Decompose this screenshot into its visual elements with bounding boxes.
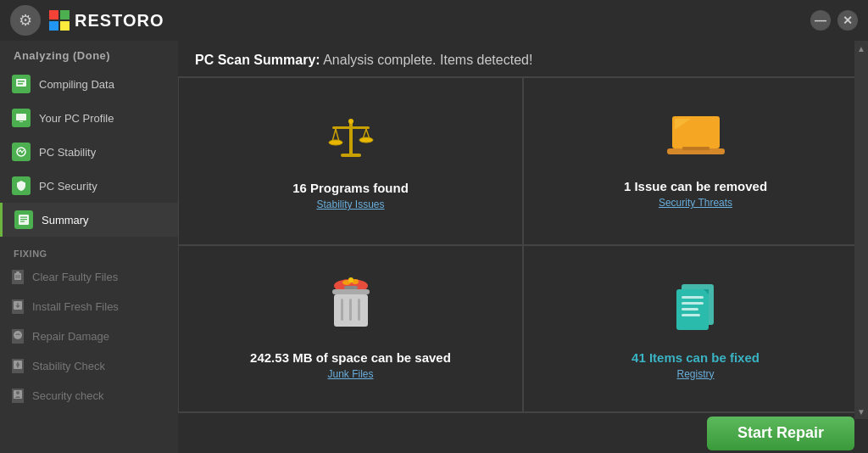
fixing-section-header: Fixing [0, 240, 178, 262]
pc-profile-icon [12, 109, 31, 127]
settings-button[interactable]: ⚙ [10, 5, 41, 36]
scales-icon [324, 111, 378, 172]
sidebar-item-compiling-data[interactable]: Compiling Data [0, 67, 178, 101]
svg-rect-11 [20, 217, 27, 218]
scroll-up-arrow[interactable]: ▲ [855, 42, 867, 54]
sidebar-label-install-fresh: Install Fresh Files [32, 300, 119, 313]
svg-rect-52 [682, 296, 704, 299]
right-panel: ▲ ▼ PC Scan Summary: Analysis complete. … [178, 41, 868, 453]
sidebar-item-summary[interactable]: Summary [0, 203, 178, 237]
registry-subtitle[interactable]: Registry [676, 368, 714, 380]
svg-rect-47 [341, 299, 343, 321]
svg-rect-3 [60, 21, 70, 31]
trash-icon [326, 277, 376, 342]
sidebar-item-security-check: Security check [0, 381, 178, 411]
card-junk: 242.53 MB of space can be saved Junk Fil… [178, 245, 523, 413]
security-title: 1 Issue can be removed [624, 179, 767, 193]
scan-summary-header: PC Scan Summary: Analysis complete. Item… [178, 41, 868, 77]
main-content: Analyzing (Done) Compiling Data Your PC … [0, 41, 868, 453]
cards-grid: 16 Programs found Stability Issues [178, 77, 868, 412]
clear-faulty-icon [12, 270, 24, 284]
svg-rect-7 [16, 114, 26, 120]
scan-summary-prefix: PC Scan Summary: [195, 53, 320, 67]
junk-subtitle[interactable]: Junk Files [327, 368, 373, 380]
sidebar-label-stability: PC Stability [39, 146, 96, 159]
scrollbar[interactable]: ▲ ▼ [854, 41, 868, 419]
programs-subtitle[interactable]: Stability Issues [316, 199, 384, 210]
sidebar-item-pc-security[interactable]: PC Security [0, 169, 178, 203]
title-left: ⚙ RESTORO [10, 5, 164, 36]
svg-point-29 [329, 140, 342, 145]
sidebar-label-clear-faulty: Clear Faulty Files [32, 271, 118, 283]
sidebar-item-repair-damage: Repair Damage [0, 322, 178, 351]
sidebar-item-pc-profile[interactable]: Your PC Profile [0, 101, 178, 135]
svg-point-32 [359, 137, 373, 143]
sidebar-item-clear-faulty: Clear Faulty Files [0, 262, 178, 292]
scroll-down-arrow[interactable]: ▼ [855, 405, 867, 417]
analyzing-header: Analyzing (Done) [0, 41, 178, 67]
pc-stability-icon [12, 143, 31, 161]
svg-point-43 [348, 277, 353, 282]
svg-rect-12 [20, 219, 27, 220]
laptop-icon [665, 113, 726, 171]
sidebar-label-profile: Your PC Profile [39, 112, 114, 125]
sidebar-label-repair-damage: Repair Damage [32, 330, 109, 343]
svg-rect-44 [332, 289, 370, 294]
stability-check-icon [12, 359, 24, 373]
start-repair-button[interactable]: Start Repair [707, 417, 854, 450]
svg-point-20 [14, 331, 22, 339]
svg-rect-1 [60, 10, 70, 20]
close-button[interactable]: ✕ [837, 10, 858, 31]
sidebar: Analyzing (Done) Compiling Data Your PC … [0, 41, 178, 453]
logo-area: RESTORO [49, 10, 164, 31]
svg-rect-24 [349, 120, 353, 155]
restoro-logo-icon [49, 10, 70, 31]
window-controls: — ✕ [810, 10, 858, 31]
pc-security-icon [12, 176, 31, 195]
sidebar-label-summary: Summary [42, 214, 89, 226]
svg-rect-6 [18, 83, 23, 85]
svg-rect-54 [682, 308, 698, 310]
svg-rect-0 [49, 10, 58, 20]
svg-rect-48 [349, 299, 352, 321]
sidebar-item-install-fresh: Install Fresh Files [0, 292, 178, 322]
security-check-icon [12, 389, 24, 403]
app-title: RESTORO [75, 11, 164, 31]
scales-svg [324, 111, 378, 165]
svg-rect-15 [16, 271, 19, 273]
sidebar-label-compiling: Compiling Data [39, 78, 114, 91]
svg-rect-25 [341, 154, 361, 157]
svg-rect-53 [682, 302, 704, 305]
svg-rect-26 [332, 126, 370, 129]
laptop-svg [665, 113, 726, 164]
programs-title: 16 Programs found [292, 181, 409, 195]
svg-point-23 [16, 391, 19, 394]
sidebar-label-security: PC Security [39, 180, 97, 193]
svg-rect-45 [344, 286, 358, 289]
compiling-data-icon [12, 75, 31, 93]
junk-title: 242.53 MB of space can be saved [250, 350, 451, 365]
scan-summary-text: Analysis complete. Items detected! [320, 53, 533, 67]
install-fresh-icon [12, 299, 24, 314]
docs-icon [670, 277, 722, 342]
svg-rect-5 [18, 81, 25, 82]
svg-rect-13 [20, 221, 25, 222]
sidebar-item-stability-check: Stability Check [0, 351, 178, 381]
repair-damage-icon [12, 329, 24, 344]
docs-svg [670, 277, 722, 335]
svg-rect-55 [682, 314, 700, 316]
bottom-bar: Start Repair [178, 412, 868, 453]
svg-rect-39 [682, 147, 709, 150]
summary-icon [14, 210, 33, 229]
security-subtitle[interactable]: Security Threats [659, 197, 732, 209]
trash-svg [326, 277, 376, 335]
sidebar-item-pc-stability[interactable]: PC Stability [0, 135, 178, 169]
minimize-button[interactable]: — [810, 10, 831, 31]
card-programs: 16 Programs found Stability Issues [178, 77, 523, 245]
title-bar: ⚙ RESTORO — ✕ [0, 0, 868, 41]
svg-rect-8 [19, 121, 23, 122]
card-registry: 41 Items can be fixed Registry [523, 245, 868, 413]
registry-title: 41 Items can be fixed [632, 350, 760, 365]
svg-rect-2 [49, 21, 58, 31]
sidebar-label-stability-check: Stability Check [32, 360, 105, 372]
